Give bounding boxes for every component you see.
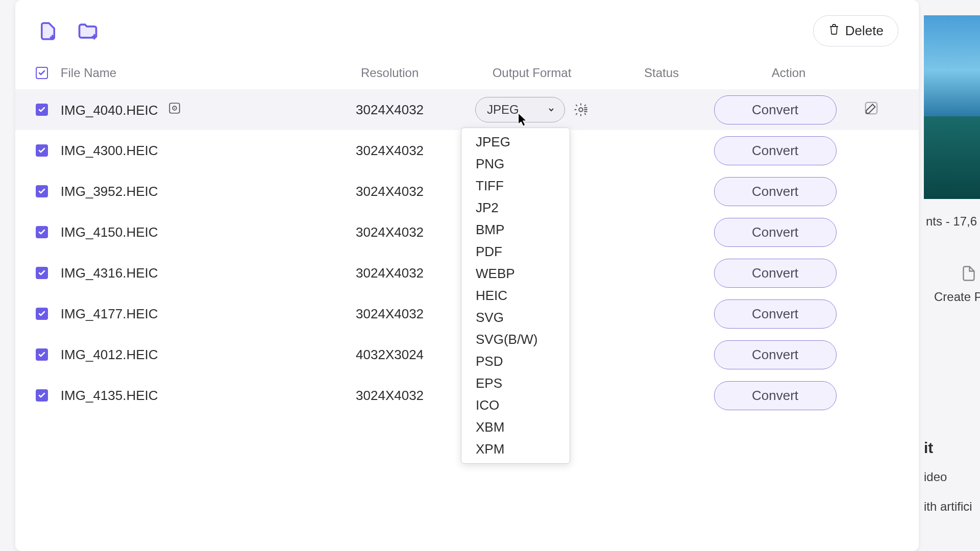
format-option[interactable]: PDF [461, 241, 570, 263]
resolution-value: 3024X4032 [325, 388, 455, 404]
file-name: IMG_4135.HEIC [61, 388, 325, 404]
file-name: IMG_4012.HEIC [61, 347, 325, 363]
header-action: Action [714, 66, 864, 80]
side-meta: nts - 17,6 M [924, 214, 980, 229]
row-checkbox[interactable] [36, 308, 48, 320]
file-name: IMG_4040.HEIC [61, 101, 325, 118]
svg-rect-7 [865, 102, 877, 114]
format-option[interactable]: XPM [461, 438, 570, 460]
table-header: File Name Resolution Output Format Statu… [15, 57, 919, 89]
format-value: JPEG [487, 103, 519, 117]
svg-point-2 [174, 108, 175, 109]
row-checkbox[interactable] [36, 348, 48, 361]
file-name: IMG_4177.HEIC [61, 306, 325, 322]
format-option[interactable]: SVG(B/W) [461, 329, 570, 350]
header-resolution: Resolution [325, 66, 455, 80]
file-name: IMG_3952.HEIC [61, 184, 325, 199]
settings-icon[interactable] [573, 102, 589, 117]
convert-button[interactable]: Convert [714, 259, 837, 288]
format-option[interactable]: JPEG [461, 131, 570, 153]
side-body-2: ith artifici [924, 497, 980, 516]
convert-button[interactable]: Convert [714, 136, 837, 165]
convert-button[interactable]: Convert [714, 177, 837, 206]
preview-thumbnail[interactable] [924, 15, 980, 199]
file-name: IMG_4300.HEIC [61, 143, 325, 159]
edit-icon[interactable] [864, 101, 880, 117]
row-checkbox[interactable] [36, 144, 48, 157]
convert-button[interactable]: Convert [714, 299, 837, 329]
select-all-checkbox[interactable] [36, 67, 48, 79]
row-checkbox[interactable] [36, 267, 48, 279]
side-panel: nts - 17,6 M Create P it ideo ith artifi… [924, 15, 980, 551]
side-create-label[interactable]: Create P [934, 290, 980, 304]
add-folder-button[interactable] [76, 19, 100, 43]
format-select[interactable]: JPEG [475, 97, 565, 122]
delete-button[interactable]: Delete [813, 15, 898, 46]
convert-button[interactable]: Convert [714, 340, 837, 369]
file-name: IMG_4316.HEIC [61, 265, 325, 281]
trash-icon [828, 23, 840, 39]
format-option[interactable]: PSD [461, 350, 570, 372]
resolution-value: 3024X4032 [325, 224, 455, 240]
preview-icon[interactable] [167, 101, 182, 115]
convert-button[interactable]: Convert [714, 218, 837, 247]
resolution-value: 3024X4032 [325, 102, 455, 118]
format-option[interactable]: EPS [461, 372, 570, 394]
format-option[interactable]: XBM [461, 416, 570, 438]
resolution-value: 3024X4032 [325, 143, 455, 159]
format-dropdown[interactable]: JPEGPNGTIFFJP2BMPPDFWEBPHEICSVGSVG(B/W)P… [461, 128, 570, 464]
document-icon [960, 264, 978, 283]
format-option[interactable]: ICO [461, 394, 570, 416]
side-body-1: ideo [924, 468, 980, 486]
table-row: IMG_4040.HEIC3024X4032JPEGConvert [15, 89, 919, 130]
chevron-down-icon [547, 106, 555, 114]
resolution-value: 3024X4032 [325, 265, 455, 281]
convert-button[interactable]: Convert [714, 381, 837, 410]
row-checkbox[interactable] [36, 185, 48, 197]
row-checkbox[interactable] [36, 226, 48, 238]
format-option[interactable]: JP2 [461, 197, 570, 219]
header-filename: File Name [61, 66, 325, 80]
add-file-button[interactable] [36, 19, 60, 43]
header-output-format: Output Format [455, 66, 609, 80]
resolution-value: 3024X4032 [325, 184, 455, 199]
format-option[interactable]: TIFF [461, 175, 570, 197]
convert-button[interactable]: Convert [714, 95, 837, 124]
row-checkbox[interactable] [36, 389, 48, 402]
format-option[interactable]: WEBP [461, 263, 570, 285]
file-name: IMG_4150.HEIC [61, 224, 325, 240]
row-checkbox[interactable] [36, 104, 48, 116]
resolution-value: 3024X4032 [325, 306, 455, 322]
header-status: Status [609, 66, 714, 80]
resolution-value: 4032X3024 [325, 347, 455, 363]
format-option[interactable]: BMP [461, 219, 570, 241]
side-heading: it [924, 439, 980, 457]
toolbar: Delete [15, 0, 919, 57]
delete-label: Delete [845, 23, 884, 39]
format-option[interactable]: PNG [461, 153, 570, 175]
svg-point-3 [579, 108, 583, 112]
format-option[interactable]: HEIC [461, 285, 570, 307]
format-option[interactable]: SVG [461, 307, 570, 329]
